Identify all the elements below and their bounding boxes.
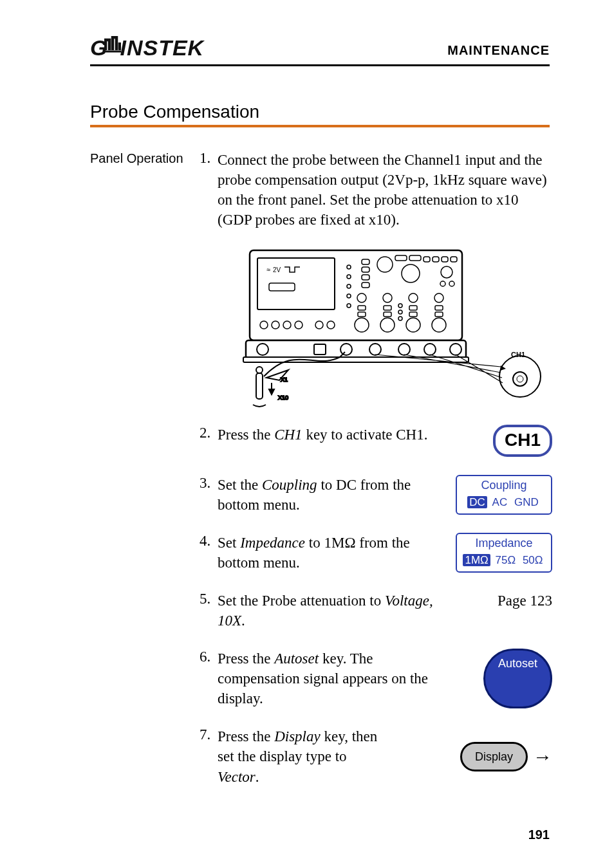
svg-rect-23 [395,255,407,261]
svg-rect-44 [435,306,443,310]
svg-point-33 [380,318,395,332]
svg-point-29 [441,266,452,278]
svg-rect-41 [384,312,391,317]
svg-point-50 [449,281,454,286]
brand-logo: G INSTEK [90,35,204,60]
svg-rect-22 [362,282,369,288]
svg-rect-25 [423,257,430,262]
step-number: 2. [200,425,218,441]
header-section-name: MAINTENANCE [447,43,550,60]
diagram-2v-label: 2V [273,266,281,273]
side-label: Panel Operation [90,150,200,166]
svg-rect-45 [435,312,443,317]
diagram-x10-label: X10 [278,394,288,401]
svg-text:≈: ≈ [266,266,270,273]
step-text: Press the CH1 key to activate CH1. [218,425,436,457]
svg-rect-52 [314,344,326,355]
svg-marker-64 [269,389,274,394]
svg-rect-28 [451,257,457,262]
step-4: 4. Set Impedance to 1MΩ from the bottom … [200,533,552,573]
svg-point-7 [272,321,279,329]
svg-point-54 [369,344,381,355]
step-text: Set Impedance to 1MΩ from the bottom men… [218,533,436,573]
svg-point-57 [450,344,461,355]
svg-point-51 [257,344,268,355]
svg-point-63 [256,367,263,373]
svg-point-31 [355,318,369,332]
impedance-softkey-icon: Impedance 1MΩ 75Ω 50Ω [456,533,552,573]
svg-point-55 [398,344,410,355]
svg-point-10 [315,321,323,329]
step-number: 1. [200,150,218,167]
step-2: 2. Press the CH1 key to activate CH1. CH… [200,425,552,457]
arrow-right-icon: → [533,747,552,766]
step-1: 1. Connect the probe between the Channel… [200,150,552,230]
section-rule [90,125,550,127]
svg-point-36 [434,293,443,302]
svg-rect-26 [433,257,439,262]
svg-point-48 [398,317,402,320]
step-7: 7. Press the Display key, then set the d… [200,726,552,786]
svg-point-15 [347,275,351,279]
svg-point-12 [377,257,393,272]
step-number: 4. [200,533,218,549]
svg-point-16 [347,284,351,288]
autoset-key-icon: Autoset [483,649,552,708]
svg-point-11 [327,321,335,329]
svg-point-46 [398,304,402,308]
svg-rect-43 [409,312,417,317]
svg-rect-20 [362,267,369,272]
step-3: 3. Set the Coupling to DC from the botto… [200,475,552,515]
step-number: 7. [200,726,218,743]
page-reference: Page 123 [498,591,552,631]
steps-list: 1. Connect the probe between the Channel… [200,150,552,787]
svg-rect-5 [269,283,295,291]
step-text: Connect the probe between the Channel1 i… [218,150,552,230]
svg-point-30 [357,293,366,302]
step-number: 5. [200,591,218,607]
svg-point-9 [295,321,302,329]
svg-point-13 [402,264,420,282]
svg-point-49 [440,281,445,286]
section-title: Probe Compensation [90,102,550,122]
svg-rect-21 [362,275,369,280]
probe-connection-diagram: ≈ 2V [218,248,552,409]
svg-point-37 [432,318,446,332]
page-header: G INSTEK MAINTENANCE [90,35,550,66]
svg-rect-40 [384,306,391,310]
step-text: Set the Coupling to DC from the bottom m… [218,475,436,515]
svg-point-8 [283,321,291,329]
diagram-ch1-label: CH1 [511,351,525,358]
svg-rect-42 [409,306,417,310]
coupling-softkey-icon: Coupling DC AC GND [456,475,552,515]
page-number: 191 [528,827,550,842]
svg-point-17 [347,294,351,298]
step-text: Press the Display key, then set the disp… [218,726,391,786]
diagram-x1-label: X1 [281,376,288,383]
svg-rect-38 [358,306,366,310]
step-6: 6. Press the Autoset key. The compensati… [200,649,552,708]
svg-rect-39 [358,312,366,317]
svg-point-60 [517,376,523,382]
svg-point-53 [340,344,352,355]
svg-point-56 [424,344,436,355]
display-key-icon: Display [460,742,528,771]
svg-rect-2 [243,357,469,362]
step-text: Press the Autoset key. The compensation … [218,649,436,708]
step-number: 3. [200,475,218,492]
ch1-key-icon: CH1 [493,425,552,457]
step-number: 6. [200,649,218,665]
svg-point-47 [398,310,402,314]
step-5: 5. Set the Probe attenuation to Voltage,… [200,591,552,631]
svg-point-14 [347,265,351,269]
svg-point-18 [347,304,351,308]
svg-rect-27 [442,257,448,262]
svg-point-35 [406,318,420,332]
svg-rect-24 [409,255,421,261]
svg-point-34 [409,293,418,302]
step-text: Set the Probe attenuation to Voltage, 10… [218,591,436,631]
svg-point-6 [260,321,268,329]
svg-point-32 [383,293,392,302]
svg-rect-62 [256,373,263,399]
svg-rect-19 [362,259,369,264]
